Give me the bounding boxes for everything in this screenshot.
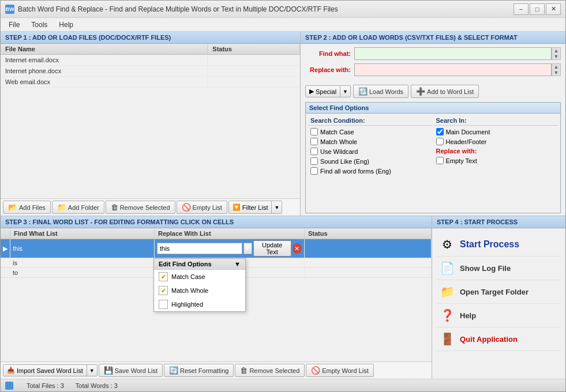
dp-match-case-label: Match Case [171,273,205,280]
replace-inline-input[interactable] [157,243,242,254]
row-arrow [1,258,10,268]
match-whole-checkbox[interactable] [310,138,318,145]
find-options-header: Select Find Options [306,103,560,114]
special-arrow[interactable]: ▼ [340,86,350,97]
maximize-button[interactable]: □ [530,3,545,15]
empty-list-button[interactable]: 🚫 Empty List [177,201,227,214]
replace-scrollbar[interactable]: ▲ ▼ [552,63,561,76]
filter-icon: 🔽 [233,203,241,211]
col-arrow [1,228,10,239]
update-text-button[interactable]: Update Text [253,240,291,257]
reset-formatting-button[interactable]: 🔄 Reset Formatting [164,364,234,377]
import-saved-split-button[interactable]: 📥 Import Saved Word List ▼ [3,364,98,376]
use-wildcard-checkbox[interactable] [310,148,318,155]
find-scrollbar[interactable]: ▲ ▼ [552,47,561,60]
file-table: File Name Status Internet email.docxInte… [1,44,300,198]
inline-edit-area: ▼ Update Text ✕ [157,240,302,257]
help-icon: ❓ [439,307,455,323]
sound-like-checkbox[interactable] [310,157,318,165]
dp-highlighted[interactable]: Highlighted [154,297,245,311]
filter-list-split-button[interactable]: 🔽 Filter List ▼ [228,201,283,214]
save-word-list-button[interactable]: 💾 Save Word List [99,364,163,377]
dp-match-case-checkbox[interactable]: ✔ [159,272,168,281]
status-bar: Total Files : 3 Total Words : 3 [1,379,565,391]
show-log-file-button[interactable]: 📄 Show Log File [437,257,561,280]
empty-text-label: Empty Text [446,157,477,164]
step2-toolbar: ▶ Special ▼ 🔃 Load Words ➕ Add to Word L… [301,83,565,100]
dp-match-whole-checkbox[interactable]: ✔ [159,286,168,295]
clear-replace-button[interactable]: ✕ [293,243,302,254]
reset-icon: 🔄 [169,366,178,375]
import-icon: 📥 [7,367,15,374]
row-arrow [1,268,10,278]
table-row[interactable]: Internet email.docx [1,55,300,66]
filter-list-arrow[interactable]: ▼ [271,201,282,213]
replace-cell[interactable]: ▼ Update Text ✕ [155,239,305,258]
load-words-button[interactable]: 🔃 Load Words [353,85,408,98]
find-cell[interactable]: is [10,258,155,268]
match-case-checkbox[interactable] [310,128,318,135]
use-wildcard-label: Use Wildcard [320,148,358,155]
replace-row: Replace with: ▲ ▼ [305,63,561,76]
dp-match-whole[interactable]: ✔ Match Whole [154,284,245,297]
main-doc-checkbox[interactable] [436,128,444,135]
quit-icon: 🚪 [439,331,455,347]
minimize-button[interactable]: − [513,3,528,15]
filter-list-main[interactable]: 🔽 Filter List [229,201,272,213]
table-row[interactable]: Web email.docx [1,77,300,88]
header-footer-checkbox[interactable] [436,138,444,145]
find-all-forms-checkbox[interactable] [310,167,318,175]
add-files-icon: 📂 [8,203,17,212]
help-button[interactable]: ❓ Help [437,304,561,327]
find-cell[interactable]: this [10,239,155,258]
open-target-folder-button[interactable]: 📁 Open Target Folder [437,280,561,304]
close-button[interactable]: ✕ [546,3,561,15]
dropdown-arrow-icon: ▼ [234,261,241,267]
fo-header-footer: Header/Footer [434,137,558,146]
start-process-button[interactable]: ⚙ Start Process [437,233,561,257]
table-row[interactable]: ▶ this ▼ Update Text ✕ [1,239,432,258]
special-icon: ▶ [309,88,314,95]
add-files-button[interactable]: 📂 Add Files [3,201,51,214]
add-folder-icon: 📁 [57,203,66,212]
fo-replace-with-header: Replace with: [434,146,558,156]
match-whole-label: Match Whole [320,138,357,145]
find-label: Find what: [305,50,354,57]
step3-header: STEP 3 : FINAL WORD LIST - FOR EDITING F… [1,216,432,228]
remove-selected-words-button[interactable]: 🗑 Remove Selected [235,364,305,377]
col-find-what: Find What List [10,228,155,239]
sound-like-label: Sound Like (Eng) [320,158,369,165]
add-folder-button[interactable]: 📁 Add Folder [52,201,104,214]
replace-input[interactable] [354,63,552,76]
find-cell[interactable]: to [10,268,155,278]
empty-word-list-button[interactable]: 🚫 Empty Word List [306,364,374,377]
find-options-grid: Search Condition: Match Case Match Whole [306,114,560,178]
dp-match-case[interactable]: ✔ Match Case [154,270,245,284]
condition-header: Search Condition: [308,116,433,126]
menu-tools[interactable]: Tools [25,20,53,30]
step4-panel: STEP 4 : START PROCESS ⚙ Start Process 📄… [432,216,565,379]
menu-file[interactable]: File [3,20,25,30]
row-arrow: ▶ [1,239,10,258]
menu-help[interactable]: Help [53,20,79,30]
find-input[interactable] [354,47,552,60]
special-split-button[interactable]: ▶ Special ▼ [305,85,351,97]
remove-words-icon: 🗑 [240,366,248,375]
fo-match-whole: Match Whole [308,137,433,146]
fo-find-all-forms: Find all word forms (Eng) [308,166,433,176]
dp-highlighted-checkbox[interactable] [159,300,168,309]
quit-label: Quit Application [460,335,518,344]
import-saved-arrow[interactable]: ▼ [87,365,97,376]
find-row: Find what: ▲ ▼ [305,47,561,60]
add-to-word-list-button[interactable]: ➕ Add to Word List [411,85,479,98]
table-row[interactable]: Internet phone.docx [1,66,300,77]
remove-selected-button[interactable]: 🗑 Remove Selected [106,201,175,214]
inline-dropdown-btn[interactable]: ▼ [243,243,252,254]
import-saved-main[interactable]: 📥 Import Saved Word List [3,365,87,376]
special-main[interactable]: ▶ Special [306,86,340,97]
replace-with-sub-label: Replace with: [436,148,477,154]
start-process-icon: ⚙ [439,236,455,252]
start-process-label: Start Process [460,239,519,250]
quit-application-button[interactable]: 🚪 Quit Application [437,327,561,351]
empty-text-checkbox[interactable] [436,157,444,164]
